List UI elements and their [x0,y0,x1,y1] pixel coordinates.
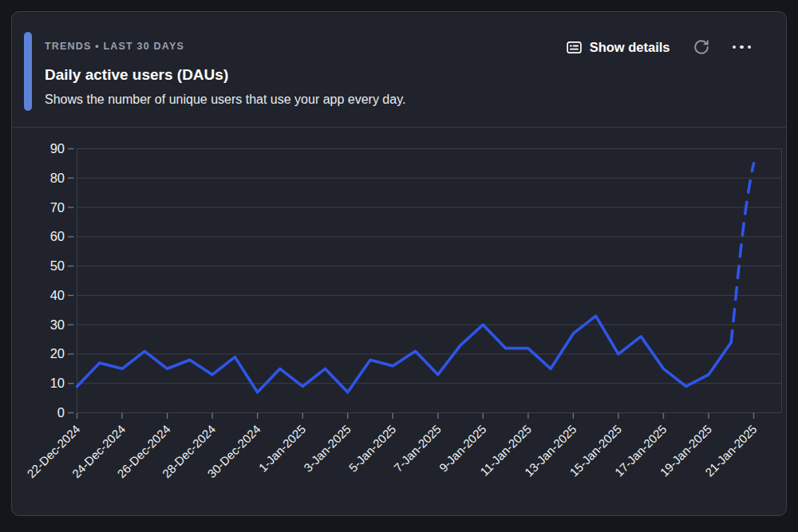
dashboard-page: TRENDS • LAST 30 DAYS Daily active users… [0,0,798,532]
svg-text:1-Jan-2025: 1-Jan-2025 [256,422,309,475]
svg-text:50: 50 [50,258,65,273]
svg-text:80: 80 [50,171,65,185]
svg-text:7-Jan-2025: 7-Jan-2025 [391,422,444,475]
dau-line-chart: 010203040506070809022-Dec-202424-Dec-202… [0,0,798,532]
svg-text:40: 40 [50,288,65,302]
svg-text:30: 30 [50,317,65,332]
svg-text:60: 60 [50,229,65,243]
svg-text:5-Jan-2025: 5-Jan-2025 [346,422,399,475]
svg-text:0: 0 [57,405,65,420]
svg-text:10: 10 [50,376,65,390]
svg-text:3-Jan-2025: 3-Jan-2025 [301,422,354,475]
svg-text:90: 90 [50,141,65,156]
svg-text:70: 70 [50,200,65,215]
svg-text:20: 20 [50,346,65,361]
